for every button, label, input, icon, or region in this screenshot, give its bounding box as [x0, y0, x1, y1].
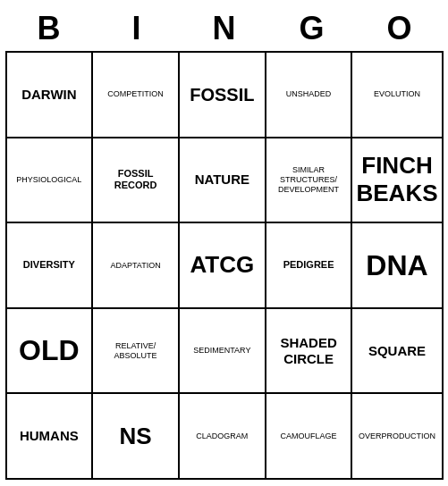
bingo-cell-4: EVOLUTION	[352, 53, 443, 138]
bingo-cell-17: SEDIMENTARY	[180, 309, 266, 395]
bingo-cell-18: SHADEDCIRCLE	[266, 309, 353, 395]
cell-text-1: COMPETITION	[107, 89, 164, 99]
cell-text-21: NS	[120, 423, 152, 450]
cell-text-20: HUMANS	[20, 428, 79, 444]
bingo-cell-2: FOSSIL	[180, 53, 266, 138]
bingo-cell-16: RELATIVE/ABSOLUTE	[93, 309, 180, 395]
header-letter-o: O	[356, 6, 444, 51]
bingo-cell-15: OLD	[7, 309, 94, 395]
header-letter-i: I	[93, 6, 181, 51]
bingo-cell-1: COMPETITION	[93, 53, 180, 138]
bingo-cell-9: FINCHBEAKS	[352, 138, 443, 224]
cell-text-15: OLD	[19, 333, 80, 367]
cell-text-13: PEDIGREE	[283, 259, 334, 271]
bingo-cell-7: NATURE	[180, 138, 266, 224]
cell-text-23: CAMOUFLAGE	[281, 432, 337, 441]
bingo-cell-12: ATCG	[180, 223, 266, 309]
cell-text-8: SIMILARSTRUCTURES/DEVELOPMENT	[278, 165, 339, 194]
bingo-card: BINGO DARWINCOMPETITIONFOSSILUNSHADEDEVO…	[5, 6, 444, 480]
bingo-cell-20: HUMANS	[7, 394, 94, 480]
cell-text-22: CLADOGRAM	[196, 432, 248, 441]
header-letter-g: G	[268, 6, 356, 51]
bingo-cell-11: ADAPTATION	[93, 223, 180, 309]
cell-text-4: EVOLUTION	[374, 89, 420, 99]
cell-text-7: NATURE	[195, 172, 249, 188]
cell-text-19: SQUARE	[368, 343, 426, 359]
cell-text-5: PHYSIOLOGICAL	[16, 175, 81, 185]
cell-text-11: ADAPTATION	[111, 261, 161, 271]
header-letter-n: N	[181, 6, 268, 51]
bingo-cell-3: UNSHADED	[266, 53, 353, 138]
bingo-cell-24: OVERPRODUCTION	[352, 394, 443, 480]
bingo-header: BINGO	[5, 6, 444, 51]
bingo-cell-19: SQUARE	[352, 309, 443, 395]
bingo-cell-22: CLADOGRAM	[180, 394, 266, 480]
cell-text-18: SHADEDCIRCLE	[280, 335, 336, 367]
cell-text-10: DIVERSITY	[23, 259, 75, 271]
cell-text-2: FOSSIL	[190, 84, 254, 105]
cell-text-16: RELATIVE/ABSOLUTE	[114, 341, 157, 361]
bingo-cell-21: NS	[93, 394, 180, 480]
bingo-grid: DARWINCOMPETITIONFOSSILUNSHADEDEVOLUTION…	[5, 51, 444, 480]
cell-text-24: OVERPRODUCTION	[359, 432, 435, 441]
cell-text-3: UNSHADED	[286, 89, 332, 99]
bingo-cell-0: DARWIN	[7, 53, 94, 138]
bingo-cell-5: PHYSIOLOGICAL	[7, 138, 94, 224]
bingo-cell-23: CAMOUFLAGE	[266, 394, 353, 480]
cell-text-6: FOSSILRECORD	[114, 168, 157, 191]
bingo-cell-14: DNA	[352, 223, 443, 309]
cell-text-12: ATCG	[190, 251, 254, 279]
header-letter-b: B	[5, 6, 93, 51]
cell-text-9: FINCHBEAKS	[356, 152, 437, 207]
bingo-cell-10: DIVERSITY	[7, 223, 94, 309]
bingo-cell-13: PEDIGREE	[266, 223, 353, 309]
bingo-cell-8: SIMILARSTRUCTURES/DEVELOPMENT	[266, 138, 353, 224]
cell-text-17: SEDIMENTARY	[193, 346, 250, 356]
cell-text-14: DNA	[366, 248, 427, 282]
cell-text-0: DARWIN	[21, 87, 76, 103]
bingo-cell-6: FOSSILRECORD	[93, 138, 180, 224]
